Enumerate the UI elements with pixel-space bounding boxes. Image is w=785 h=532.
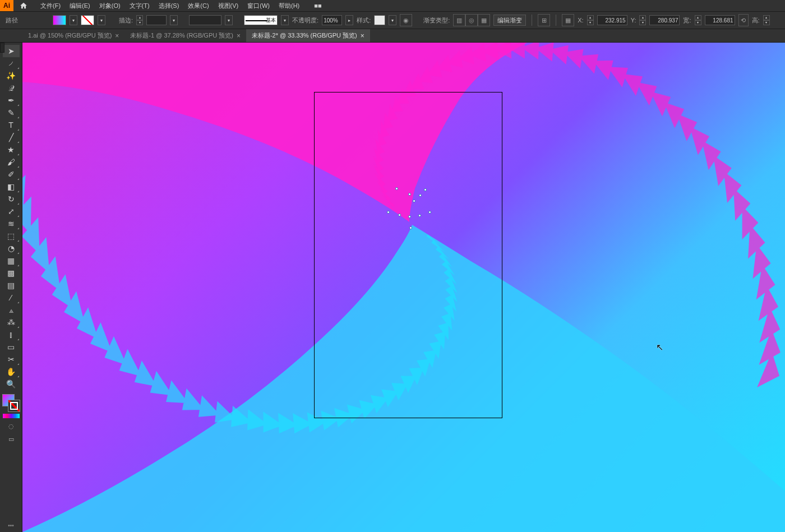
close-icon[interactable]: × xyxy=(237,32,241,40)
anchor-point[interactable] xyxy=(408,215,411,218)
type-tool[interactable]: T xyxy=(3,119,20,131)
eraser-tool[interactable]: ◧ xyxy=(3,181,20,193)
style-swatch[interactable] xyxy=(374,15,385,25)
workspace[interactable]: ↖ xyxy=(22,43,785,532)
anchor-point[interactable] xyxy=(398,214,401,216)
free-transform-tool[interactable]: ⬚ xyxy=(3,230,20,242)
toolbar: ➤⟋✨𝒬✒✎T╱★🖌✐◧↻⤢≋⬚◔▦▩▤⁄⟁⁂⫿▭✂✋🔍 ◌ ▭ ••• xyxy=(0,43,22,532)
stroke-value[interactable] xyxy=(146,15,167,25)
menu-item[interactable]: 效果(C) xyxy=(183,2,213,10)
shape-builder-tool[interactable]: ◔ xyxy=(3,242,20,255)
home-icon[interactable] xyxy=(17,2,30,10)
anchor-point[interactable] xyxy=(424,188,427,191)
blend-tool[interactable]: ⟁ xyxy=(3,304,20,316)
app-logo[interactable]: Ai xyxy=(0,0,13,11)
menu-item[interactable]: 窗口(W) xyxy=(243,2,274,10)
align-icon[interactable]: ⊞ xyxy=(538,14,550,26)
fill-swatch[interactable] xyxy=(53,15,66,25)
y-spinner[interactable]: ▴▾ xyxy=(639,15,646,25)
menu-item[interactable]: 帮助(H) xyxy=(274,2,304,10)
rotate-tool[interactable]: ↻ xyxy=(3,193,20,205)
pen-tool[interactable]: ✒ xyxy=(3,94,20,107)
anchor-point[interactable] xyxy=(387,211,390,214)
x-spinner[interactable]: ▴▾ xyxy=(587,15,594,25)
hand-tool[interactable]: ✋ xyxy=(3,366,20,378)
perspective-tool[interactable]: ▦ xyxy=(3,255,20,267)
stroke-profile-dropdown[interactable]: ▾ xyxy=(225,15,233,25)
fill-dropdown[interactable]: ▾ xyxy=(70,15,77,25)
freeform-gradient-icon[interactable]: ▦ xyxy=(478,14,490,26)
magic-wand-tool[interactable]: ✨ xyxy=(3,70,20,82)
document-tab[interactable]: 未标题-1 @ 37.28% (RGB/GPU 预览)× xyxy=(124,29,246,42)
recolor-icon[interactable]: ◉ xyxy=(400,14,412,26)
symbol-sprayer-tool[interactable]: ⁂ xyxy=(3,316,20,329)
canvas[interactable]: ↖ xyxy=(22,43,785,532)
selection-tool[interactable]: ➤ xyxy=(3,45,20,57)
menu-extra[interactable]: ■■ xyxy=(310,2,326,9)
direct-selection-tool[interactable]: ⟋ xyxy=(3,57,20,70)
curvature-tool[interactable]: ✎ xyxy=(3,107,20,119)
opacity-value[interactable] xyxy=(322,15,342,25)
menu-item[interactable]: 文件(F) xyxy=(36,2,65,10)
scale-tool[interactable]: ⤢ xyxy=(3,205,20,218)
style-dropdown[interactable]: ▾ xyxy=(389,15,396,25)
link-icon[interactable]: ⟲ xyxy=(738,14,749,26)
gradient-strip[interactable] xyxy=(3,414,20,418)
style-label: 样式: xyxy=(357,16,371,25)
stroke-swatch[interactable] xyxy=(81,15,94,25)
zoom-tool[interactable]: 🔍 xyxy=(3,378,20,390)
menu-item[interactable]: 对象(O) xyxy=(95,2,125,10)
draw-mode-icon[interactable]: ◌ xyxy=(3,421,20,431)
star-tool[interactable]: ★ xyxy=(3,144,20,156)
mesh-tool[interactable]: ▩ xyxy=(3,267,20,279)
transform-icon[interactable]: ▦ xyxy=(562,14,574,26)
stroke-spinner[interactable]: ▴▾ xyxy=(136,15,143,25)
anchor-point[interactable] xyxy=(408,193,411,196)
lasso-tool[interactable]: 𝒬 xyxy=(3,82,20,94)
separator xyxy=(532,15,532,26)
stroke-color[interactable] xyxy=(8,400,20,412)
radial-gradient-icon[interactable]: ◎ xyxy=(465,14,478,26)
menu-item[interactable]: 编辑(E) xyxy=(65,2,95,10)
w-value[interactable] xyxy=(705,15,735,25)
gradient-tool[interactable]: ▤ xyxy=(3,279,20,292)
control-bar: 路径 ▾ ▾ 描边: ▴▾ ▾ ▾ 基本 ▾ 不透明度: ▸ 样式: ▾ ◉ 渐… xyxy=(0,11,785,29)
graph-tool[interactable]: ⫿ xyxy=(3,329,20,341)
artboard-tool[interactable]: ▭ xyxy=(3,341,20,353)
menu-item[interactable]: 选择(S) xyxy=(154,2,184,10)
menu-item[interactable]: 文字(T) xyxy=(125,2,154,10)
edit-gradient-button[interactable]: 编辑渐变 xyxy=(493,15,526,26)
stroke-unit-dropdown[interactable]: ▾ xyxy=(170,15,178,25)
document-tab[interactable]: 1.ai @ 150% (RGB/GPU 预览)× xyxy=(22,29,124,42)
anchor-point[interactable] xyxy=(428,211,431,214)
left-panel-handle[interactable] xyxy=(0,43,4,53)
y-value[interactable] xyxy=(649,15,680,25)
width-tool[interactable]: ≋ xyxy=(3,218,20,230)
opacity-dropdown[interactable]: ▸ xyxy=(345,15,353,25)
paintbrush-tool[interactable]: 🖌 xyxy=(3,156,20,168)
brush-dropdown[interactable]: ▾ xyxy=(281,15,289,25)
w-spinner[interactable]: ▴▾ xyxy=(695,15,701,25)
anchor-point[interactable] xyxy=(419,194,422,197)
eyedropper-tool[interactable]: ⁄ xyxy=(3,292,20,304)
anchor-point[interactable] xyxy=(418,214,421,217)
document-tab[interactable]: 未标题-2* @ 33.33% (RGB/GPU 预览)× xyxy=(246,29,370,42)
separator xyxy=(556,15,556,26)
x-value[interactable] xyxy=(597,15,627,25)
anchor-point[interactable] xyxy=(395,187,398,190)
anchor-point[interactable] xyxy=(413,200,415,202)
h-spinner[interactable]: ▴▾ xyxy=(763,15,770,25)
stroke-profile[interactable] xyxy=(189,15,221,25)
linear-gradient-icon[interactable]: ▥ xyxy=(453,14,465,26)
stroke-dropdown[interactable]: ▾ xyxy=(98,15,105,25)
close-icon[interactable]: × xyxy=(361,32,364,40)
menu-item[interactable]: 视图(V) xyxy=(214,2,243,10)
close-icon[interactable]: × xyxy=(115,32,119,40)
toolbar-options-icon[interactable]: ••• xyxy=(8,522,14,529)
slice-tool[interactable]: ✂ xyxy=(3,353,20,366)
brush-preview[interactable]: 基本 xyxy=(244,15,278,25)
line-tool[interactable]: ╱ xyxy=(3,131,20,144)
pencil-tool[interactable]: ✐ xyxy=(3,168,20,181)
screen-mode-icon[interactable]: ▭ xyxy=(3,434,20,444)
anchor-point[interactable] xyxy=(409,226,412,229)
